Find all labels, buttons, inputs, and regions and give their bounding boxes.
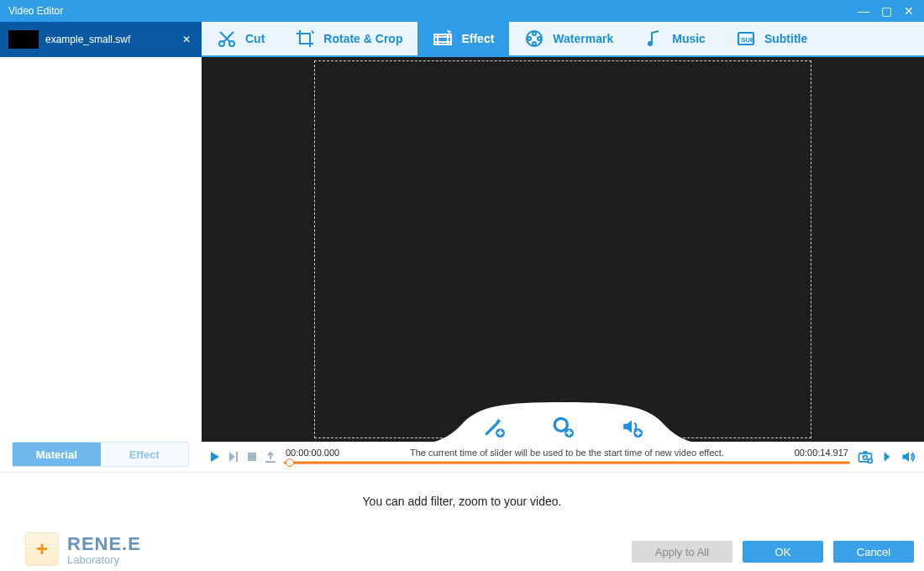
tab-watermark[interactable]: Watermark bbox=[509, 22, 628, 55]
maximize-button[interactable]: ▢ bbox=[881, 4, 892, 18]
svg-point-5 bbox=[533, 42, 536, 45]
speaker-icon[interactable] bbox=[900, 448, 917, 465]
svg-point-4 bbox=[533, 32, 536, 35]
brand-line2: Laboratory bbox=[67, 553, 141, 566]
tab-rotate-crop-label: Rotate & Crop bbox=[323, 32, 402, 45]
footer-buttons: Apply to All OK Cancel bbox=[632, 541, 914, 563]
tab-subtitle-label: Subtitle bbox=[764, 32, 807, 45]
svg-point-6 bbox=[528, 37, 531, 40]
crop-frame bbox=[314, 60, 811, 438]
cancel-button[interactable]: Cancel bbox=[833, 541, 914, 563]
hump-toolbar: ⌄ bbox=[428, 390, 697, 443]
snapshot-icon[interactable] bbox=[857, 448, 874, 465]
minimize-button[interactable]: — bbox=[858, 4, 869, 18]
filmstrip-icon bbox=[433, 29, 453, 49]
apply-to-all-button: Apply to All bbox=[632, 541, 732, 563]
wand-plus-icon[interactable] bbox=[483, 416, 505, 437]
footer: You can add filter, zoom to your video. … bbox=[0, 472, 924, 571]
tab-cut[interactable]: Cut bbox=[202, 22, 280, 55]
svg-text:SUB: SUB bbox=[741, 36, 755, 44]
step-forward-icon[interactable] bbox=[227, 450, 240, 464]
window-controls: — ▢ ✕ bbox=[858, 0, 919, 22]
tab-music-label: Music bbox=[672, 32, 706, 45]
timeline-hint: The current time of slider will be used … bbox=[410, 448, 724, 458]
tab-effect[interactable]: Effect bbox=[417, 22, 509, 55]
time-start: 00:00:00.000 bbox=[286, 448, 339, 458]
sidebar: Material Effect bbox=[0, 57, 202, 472]
volume-plus-icon[interactable] bbox=[621, 416, 643, 437]
svg-point-18 bbox=[864, 455, 868, 459]
file-tab-close-icon[interactable]: ✕ bbox=[179, 34, 194, 45]
play-icon[interactable] bbox=[208, 450, 222, 464]
tab-cut-label: Cut bbox=[245, 32, 265, 45]
export-up-icon[interactable] bbox=[264, 450, 277, 464]
close-button[interactable]: ✕ bbox=[904, 4, 914, 18]
track: 00:00:00.000 The current time of slider … bbox=[284, 448, 850, 466]
preview-area: ⌄ 00:00:00.000 The current time of slide… bbox=[202, 57, 924, 472]
crop-icon bbox=[295, 29, 315, 49]
apply-to-all-label: Apply to All bbox=[655, 546, 709, 558]
slider[interactable] bbox=[284, 459, 850, 466]
file-tab-area: example_small.swf ✕ bbox=[0, 22, 202, 57]
ok-button[interactable]: OK bbox=[743, 541, 823, 563]
segtab-effect-label: Effect bbox=[129, 448, 160, 461]
segtab-effect[interactable]: Effect bbox=[101, 443, 189, 466]
scissors-icon bbox=[217, 29, 237, 49]
music-note-icon bbox=[643, 29, 664, 49]
brand-badge-icon: + bbox=[25, 532, 59, 566]
timeline: 00:00:00.000 The current time of slider … bbox=[202, 442, 924, 472]
svg-point-3 bbox=[527, 31, 542, 46]
zoom-plus-icon[interactable] bbox=[552, 416, 574, 437]
tab-music[interactable]: Music bbox=[628, 22, 721, 55]
reel-icon bbox=[524, 29, 544, 49]
chevron-right-icon[interactable] bbox=[879, 448, 895, 465]
svg-rect-16 bbox=[248, 453, 256, 461]
tab-rotate-crop[interactable]: Rotate & Crop bbox=[280, 22, 417, 55]
playback-controls bbox=[208, 450, 277, 464]
body-row: Material Effect ⌄ bbox=[0, 57, 924, 472]
tab-effect-label: Effect bbox=[461, 32, 494, 45]
file-thumbnail bbox=[8, 30, 39, 49]
tab-subtitle[interactable]: SUB Subtitle bbox=[721, 22, 822, 55]
tool-tabs: Cut Rotate & Crop Effect Watermark Music… bbox=[202, 22, 924, 57]
window-title: Video Editor bbox=[8, 5, 63, 17]
brand-logo: + RENE.E Laboratory bbox=[25, 532, 141, 566]
time-end: 00:00:14.917 bbox=[795, 448, 848, 458]
tab-watermark-label: Watermark bbox=[553, 32, 613, 45]
segtab-material[interactable]: Material bbox=[13, 443, 101, 466]
segtab-material-label: Material bbox=[36, 448, 77, 461]
file-tab[interactable]: example_small.swf ✕ bbox=[5, 25, 201, 54]
file-name: example_small.swf bbox=[45, 34, 130, 45]
title-bar: Video Editor — ▢ ✕ bbox=[0, 0, 924, 22]
cancel-label: Cancel bbox=[857, 546, 890, 558]
brand-line1: RENE.E bbox=[67, 533, 141, 555]
top-tabs-row: example_small.swf ✕ Cut Rotate & Crop Ef… bbox=[0, 22, 924, 57]
timeline-right-controls bbox=[857, 448, 917, 465]
svg-point-8 bbox=[648, 41, 653, 46]
subtitle-icon: SUB bbox=[736, 29, 756, 49]
stop-icon[interactable] bbox=[245, 450, 259, 464]
segment-tabs: Material Effect bbox=[12, 442, 189, 467]
preview-viewport[interactable]: ⌄ bbox=[202, 57, 924, 442]
ok-label: OK bbox=[775, 546, 791, 558]
svg-point-7 bbox=[538, 37, 541, 40]
svg-rect-15 bbox=[236, 452, 238, 462]
